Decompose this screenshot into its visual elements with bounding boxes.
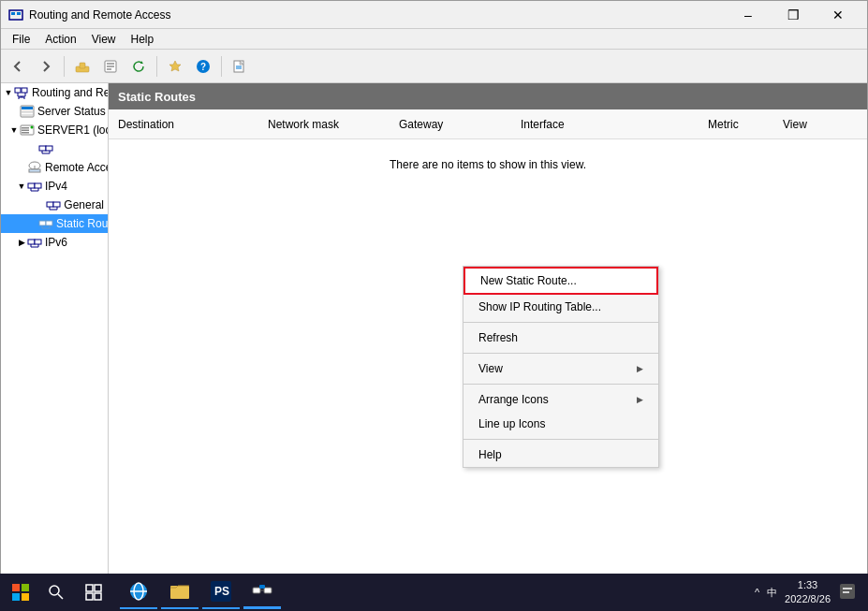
context-menu-sep-3 bbox=[463, 384, 658, 385]
taskbar-app-network[interactable] bbox=[243, 575, 281, 609]
menu-action[interactable]: Action bbox=[37, 31, 83, 48]
tree-icon-general bbox=[46, 197, 61, 212]
svg-rect-65 bbox=[86, 585, 93, 591]
toolbar-sep-3 bbox=[221, 56, 222, 77]
tree-item-ipv6[interactable]: ▶ IPv6 bbox=[1, 233, 108, 252]
svg-rect-49 bbox=[39, 221, 46, 225]
svg-rect-31 bbox=[39, 146, 46, 151]
toolbar-help[interactable]: ? bbox=[190, 53, 216, 80]
toolbar-sep-1 bbox=[64, 56, 65, 77]
tree-pane: ▼ Routing and Remote Access bbox=[1, 83, 109, 610]
taskbar-notification[interactable] bbox=[838, 582, 857, 603]
col-header-view: View bbox=[783, 118, 858, 131]
tree-item-remote-access[interactable]: Remote Access Logging & bbox=[1, 158, 108, 177]
toolbar-up[interactable] bbox=[69, 53, 96, 80]
tree-item-root[interactable]: ▼ Routing and Remote Access bbox=[1, 83, 108, 102]
lineup-icons-label: Line up Icons bbox=[478, 417, 545, 430]
svg-rect-78 bbox=[259, 585, 265, 589]
tree-label-general: General bbox=[64, 198, 104, 211]
context-menu-item-refresh[interactable]: Refresh bbox=[463, 326, 658, 350]
window-icon bbox=[8, 7, 23, 22]
tree-item-server1[interactable]: ▼ SERVER1 (local) bbox=[1, 121, 108, 139]
svg-rect-1 bbox=[11, 12, 15, 15]
content-pane: Static Routes Destination Network mask G… bbox=[109, 83, 867, 610]
title-bar: Routing and Remote Access – ❒ ✕ bbox=[1, 1, 867, 29]
context-menu-item-help[interactable]: Help bbox=[463, 443, 658, 467]
menu-help[interactable]: Help bbox=[124, 31, 162, 48]
content-title: Static Routes bbox=[118, 90, 196, 104]
view-label: View bbox=[478, 362, 503, 375]
tree-icon-remote-access bbox=[27, 160, 42, 175]
close-button[interactable]: ✕ bbox=[817, 1, 860, 29]
start-button[interactable] bbox=[4, 575, 37, 609]
svg-rect-28 bbox=[22, 127, 29, 129]
svg-rect-76 bbox=[264, 588, 272, 593]
menu-view[interactable]: View bbox=[84, 31, 124, 48]
col-header-destination: Destination bbox=[118, 118, 268, 131]
svg-rect-30 bbox=[22, 132, 29, 134]
taskbar-chevron[interactable]: ^ bbox=[755, 587, 759, 598]
context-menu-item-view[interactable]: View ▶ bbox=[463, 356, 658, 381]
svg-point-63 bbox=[50, 586, 59, 595]
empty-message-text: There are no items to show in this view. bbox=[390, 158, 586, 171]
svg-point-27 bbox=[31, 126, 34, 129]
context-menu: New Static Route... Show IP Routing Tabl… bbox=[463, 266, 659, 468]
taskbar-date: 2022/8/26 bbox=[785, 592, 831, 606]
svg-rect-44 bbox=[47, 202, 53, 207]
taskbar-app-explorer[interactable] bbox=[161, 575, 199, 609]
svg-rect-23 bbox=[22, 107, 33, 109]
minimize-button[interactable]: – bbox=[727, 1, 770, 29]
svg-rect-37 bbox=[29, 169, 40, 172]
toolbar-refresh[interactable] bbox=[125, 53, 152, 80]
tree-label-remote-access: Remote Access Logging & bbox=[45, 161, 108, 174]
svg-rect-2 bbox=[17, 12, 21, 15]
svg-rect-16 bbox=[22, 88, 27, 93]
tree-icon-root bbox=[14, 85, 29, 100]
taskbar-right: ^ 中 1:33 2022/8/26 bbox=[755, 578, 864, 607]
col-header-interface: Interface bbox=[521, 118, 708, 131]
context-menu-item-new-static-route[interactable]: New Static Route... bbox=[463, 267, 658, 295]
toolbar-sep-2 bbox=[156, 56, 157, 77]
restore-button[interactable]: ❒ bbox=[772, 1, 815, 29]
toolbar-forward[interactable] bbox=[33, 53, 59, 80]
taskbar-app-ie[interactable] bbox=[120, 575, 157, 609]
tree-item-general[interactable]: General bbox=[1, 196, 108, 214]
context-menu-item-lineup-icons[interactable]: Line up Icons bbox=[463, 412, 658, 436]
svg-rect-62 bbox=[22, 593, 29, 601]
view-submenu-arrow: ▶ bbox=[637, 364, 643, 373]
col-header-gateway: Gateway bbox=[399, 118, 521, 131]
arrange-icons-submenu-arrow: ▶ bbox=[637, 395, 643, 404]
context-menu-sep-1 bbox=[463, 322, 658, 323]
tree-icon-server-status bbox=[20, 104, 35, 119]
tree-item-static-routes[interactable]: Static Routes bbox=[1, 214, 108, 233]
toolbar-star[interactable] bbox=[162, 53, 188, 80]
window-title: Routing and Remote Access bbox=[29, 8, 727, 22]
svg-rect-25 bbox=[22, 114, 33, 116]
svg-rect-61 bbox=[12, 593, 20, 601]
toolbar-properties[interactable] bbox=[97, 53, 124, 80]
search-button[interactable] bbox=[39, 575, 73, 609]
tree-item-network-interfaces[interactable] bbox=[1, 139, 108, 158]
taskbar-app-powershell[interactable]: PS bbox=[202, 575, 240, 609]
menu-file[interactable]: File bbox=[5, 31, 37, 48]
tree-content[interactable]: ▼ Routing and Remote Access bbox=[1, 83, 108, 597]
main-area: ▼ Routing and Remote Access bbox=[1, 83, 867, 610]
tree-icon-ipv6 bbox=[27, 235, 42, 250]
context-menu-item-arrange-icons[interactable]: Arrange Icons ▶ bbox=[463, 387, 658, 412]
toolbar-new[interactable] bbox=[227, 53, 253, 80]
toolbar-back[interactable] bbox=[5, 53, 31, 80]
svg-rect-24 bbox=[22, 110, 33, 113]
context-menu-item-show-routing-table[interactable]: Show IP Routing Table... bbox=[463, 295, 658, 319]
toolbar: ? bbox=[1, 50, 867, 83]
svg-marker-9 bbox=[169, 61, 181, 71]
tree-item-ipv4[interactable]: ▼ IPv4 bbox=[1, 177, 108, 196]
tree-label-ipv6: IPv6 bbox=[45, 236, 67, 249]
tree-label-server1: SERVER1 (local) bbox=[37, 124, 108, 137]
menu-bar: File Action View Help bbox=[1, 29, 867, 50]
new-static-route-label: New Static Route... bbox=[480, 274, 577, 287]
col-header-netmask: Network mask bbox=[268, 118, 399, 131]
context-menu-sep-4 bbox=[463, 439, 658, 440]
taskbar-clock[interactable]: 1:33 2022/8/26 bbox=[785, 578, 831, 607]
task-view-button[interactable] bbox=[77, 575, 110, 609]
tree-item-server-status[interactable]: Server Status bbox=[1, 102, 108, 121]
